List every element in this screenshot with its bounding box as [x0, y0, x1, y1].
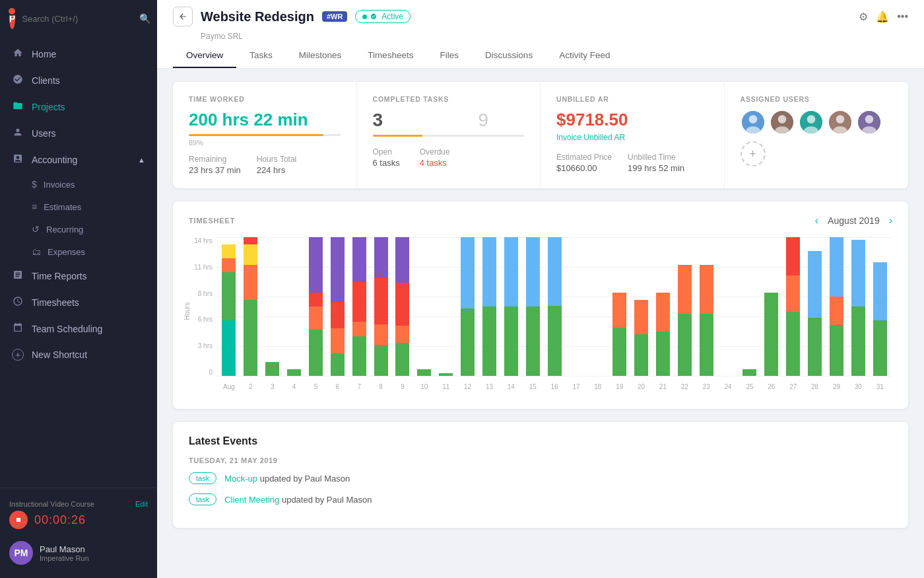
timesheet-title: TIMESHEET — [189, 217, 235, 225]
tab-discussions[interactable]: Discussions — [472, 44, 546, 68]
tab-milestones[interactable]: Milestones — [286, 44, 355, 68]
bar-seg-purple-8 — [395, 237, 409, 283]
back-button[interactable] — [173, 7, 193, 26]
expenses-icon: 🗂 — [32, 246, 41, 257]
x-label-5: 6 — [327, 383, 347, 390]
tab-files[interactable]: Files — [427, 44, 473, 68]
event-link-1[interactable]: Client Meeting — [224, 495, 279, 505]
x-label-6: 7 — [349, 383, 369, 390]
x-label-15: 16 — [544, 383, 564, 390]
bar-seg-green-28 — [830, 325, 843, 376]
event-item-0: task Mock-up updated by Paul Mason — [189, 472, 892, 484]
tab-activity-feed[interactable]: Activity Feed — [546, 44, 623, 68]
bar-seg-orange-22 — [700, 265, 713, 314]
sidebar-item-estimates[interactable]: ≡ Estimates — [0, 196, 157, 218]
sidebar-item-projects[interactable]: Projects — [0, 94, 157, 120]
bar-seg-green-18 — [612, 328, 626, 377]
x-label-1: 2 — [241, 383, 261, 390]
sidebar-item-accounting[interactable]: Accounting ▲ — [0, 147, 157, 173]
x-label-25: 26 — [762, 383, 781, 390]
completed-total: 9 — [396, 110, 488, 131]
home-icon — [12, 48, 24, 61]
sidebar-item-clients[interactable]: Clients — [0, 67, 157, 94]
sidebar-item-team-scheduling[interactable]: Team Scheduling — [0, 316, 157, 342]
current-month: August 2019 — [828, 215, 880, 226]
bar-seg-blue-12 — [482, 237, 496, 307]
timesheet-header: TIMESHEET ‹ August 2019 › — [189, 215, 892, 227]
time-reports-icon — [12, 270, 24, 283]
sidebar-label-accounting: Accounting — [32, 155, 77, 165]
bar-seg-orange-4 — [309, 307, 323, 330]
x-label-21: 22 — [675, 383, 694, 390]
search-icon[interactable]: 🔍 — [139, 13, 150, 24]
x-label-13: 14 — [501, 383, 521, 390]
bar-group-12 — [480, 237, 500, 376]
sidebar-item-time-reports[interactable]: Time Reports — [0, 263, 157, 289]
clients-icon — [12, 74, 24, 87]
events-title: Latest Events — [189, 435, 892, 447]
bar-seg-green-0 — [222, 272, 236, 321]
sidebar-item-expenses[interactable]: 🗂 Expenses — [0, 240, 157, 263]
assigned-users-label: ASSIGNED USERS — [741, 95, 893, 103]
tab-timesheets[interactable]: Timesheets — [354, 44, 426, 68]
stat-cards: TIME WORKED 200 hrs 22 min 89% Remaining… — [173, 82, 908, 188]
sidebar-item-timesheets[interactable]: Timesheets — [0, 289, 157, 316]
bar-seg-orange-7 — [374, 324, 388, 345]
prev-month-button[interactable]: ‹ — [815, 215, 818, 227]
bar-group-13 — [501, 237, 521, 376]
bar-seg-orange-0 — [222, 258, 236, 272]
next-month-button[interactable]: › — [889, 215, 892, 227]
bar-seg-red-4 — [309, 293, 323, 307]
bar-seg-red-26 — [786, 237, 800, 275]
accounting-icon — [12, 153, 24, 166]
tab-tasks[interactable]: Tasks — [236, 44, 286, 68]
add-user-button[interactable]: + — [741, 141, 766, 166]
timer-stop-button[interactable] — [9, 511, 28, 529]
open-tasks-label: Open — [373, 147, 400, 157]
svg-point-14 — [865, 115, 873, 124]
bar-seg-green-22 — [700, 314, 713, 377]
settings-icon[interactable]: ⚙ — [859, 11, 868, 23]
sidebar-item-invoices[interactable]: $ Invoices — [0, 173, 157, 196]
search-input[interactable] — [22, 14, 133, 24]
overdue-tasks-stat: Overdue 4 tasks — [420, 147, 450, 168]
time-worked-percent: 89% — [189, 139, 341, 147]
month-nav: ‹ August 2019 › — [815, 215, 892, 227]
remaining-stat: Remaining 23 hrs 37 min — [189, 155, 241, 175]
bar-seg-blue-30 — [873, 262, 887, 320]
event-link-0[interactable]: Mock-up — [224, 474, 257, 484]
bar-group-8 — [393, 237, 412, 376]
sidebar-item-recurring[interactable]: ↺ Recurring — [0, 218, 157, 240]
sidebar-label-expenses: Expenses — [48, 247, 85, 257]
bar-seg-green-15 — [548, 306, 562, 376]
more-options-icon[interactable]: ••• — [897, 11, 908, 22]
unbilled-sub-row: Estimated Price $10660.00 Unbilled Time … — [556, 153, 708, 173]
event-item-1: task Client Meeting updated by Paul Maso… — [189, 493, 892, 505]
bar-group-28 — [827, 237, 847, 376]
time-worked-progress — [189, 134, 341, 136]
bar-group-26 — [783, 237, 803, 376]
bar-seg-green-20 — [656, 332, 670, 376]
time-worked-sub: Remaining 23 hrs 37 min Hours Total 224 … — [189, 155, 341, 175]
bar-group-16 — [566, 237, 586, 376]
tab-overview[interactable]: Overview — [173, 44, 236, 68]
x-label-29: 30 — [848, 383, 868, 390]
sidebar-item-new-shortcut[interactable]: + New Shortcut — [0, 342, 157, 367]
completed-bar-fill — [373, 135, 423, 137]
new-shortcut-icon: + — [12, 349, 24, 361]
bar-seg-orange-18 — [612, 293, 626, 328]
notification-icon[interactable]: 🔔 — [876, 11, 889, 23]
time-worked-fill — [189, 134, 323, 136]
bar-group-3 — [284, 237, 304, 376]
sidebar-item-users[interactable]: Users — [0, 120, 157, 147]
avatar-1 — [741, 110, 766, 135]
invoice-link[interactable]: Invoice Unbilled AR — [556, 133, 708, 142]
x-label-18: 19 — [610, 383, 630, 390]
timer-edit-btn[interactable]: Edit — [135, 500, 148, 508]
sidebar-item-home[interactable]: Home — [0, 41, 157, 67]
status-badge[interactable]: Active — [355, 10, 411, 23]
app-logo: P — [9, 8, 15, 29]
bar-seg-blue-27 — [808, 251, 822, 318]
event-text-1: Client Meeting updated by Paul Mason — [224, 495, 372, 505]
sidebar-bottom: Instructional Video Course Edit 00:00:26… — [0, 488, 157, 578]
